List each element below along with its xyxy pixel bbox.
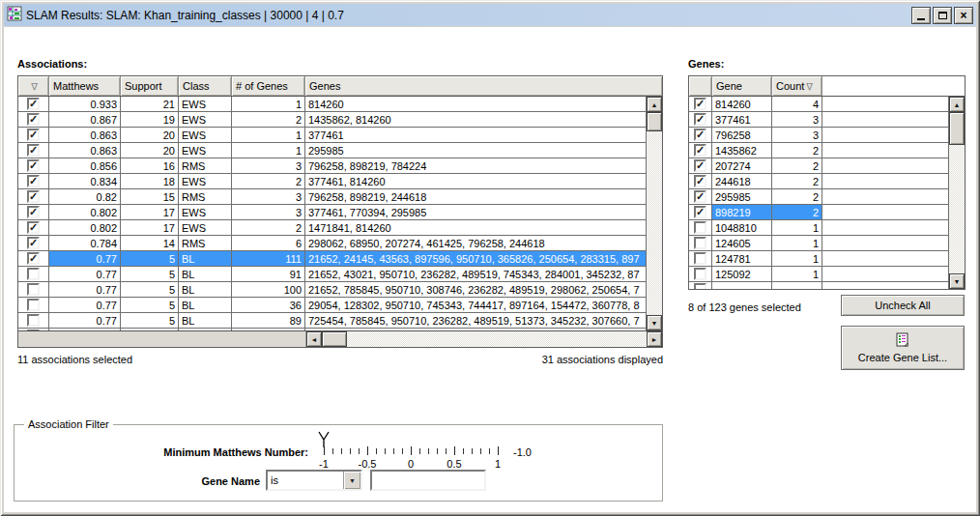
num-genes-column-header[interactable]: # of Genes [232,76,305,96]
associations-vscroll-track[interactable] [647,131,662,315]
row-checkbox[interactable] [27,268,40,280]
row-checkbox[interactable]: ✓ [27,129,40,141]
row-select-cell[interactable]: ✓ [18,97,49,111]
row-checkbox[interactable] [27,314,40,327]
gene-row[interactable]: ✓14358622 [689,143,948,158]
row-checkbox[interactable]: ✓ [694,190,706,203]
gene-row[interactable]: 1250921 [689,267,948,282]
genes-column-header[interactable]: Genes [305,76,662,96]
row-select-cell[interactable]: ✓ [18,158,49,173]
row-checkbox[interactable]: ✓ [694,159,706,172]
row-select-cell[interactable] [689,251,712,266]
association-row[interactable]: 0.775BL89725454, 785845, 950710, 236282,… [18,313,646,329]
row-select-cell[interactable]: ✓ [18,220,49,235]
row-checkbox[interactable]: ✓ [27,237,40,249]
scroll-right-button[interactable]: ► [647,331,662,347]
row-checkbox[interactable] [694,268,706,280]
associations-horizontal-scrollbar[interactable]: ◄ ► [306,331,662,347]
row-checkbox[interactable]: ✓ [694,206,706,218]
associations-vertical-scrollbar[interactable]: ▲ ▼ [646,97,662,330]
gene-row[interactable]: ✓2959852 [689,189,948,205]
row-select-cell[interactable]: ✓ [18,189,49,204]
row-select-cell[interactable] [18,313,49,328]
row-select-cell[interactable]: ✓ [18,112,49,127]
row-checkbox[interactable] [27,283,40,296]
association-row[interactable]: 0.775BL9121652, 43021, 950710, 236282, 4… [18,267,646,282]
association-row[interactable]: ✓0.93321EWS1814260 [18,97,646,112]
row-select-cell[interactable]: ✓ [18,143,49,158]
genes-vertical-scrollbar[interactable]: ▲ ▼ [948,97,965,289]
row-checkbox[interactable] [694,252,706,265]
association-row[interactable]: ✓0.86719EWS21435862, 814260 [18,112,646,128]
gene-select-column-header[interactable] [689,76,712,96]
gene-row[interactable]: ✓2446182 [689,174,948,189]
support-column-header[interactable]: Support [121,76,179,96]
association-row[interactable]: ✓0.78414RMS6298062, 68950, 207274, 46142… [18,236,646,251]
row-select-cell[interactable] [689,282,712,289]
gene-name-operator-select[interactable]: is ▼ [266,470,362,491]
row-select-cell[interactable]: ✓ [18,205,49,219]
association-row[interactable]: ✓0.86320EWS1295985 [18,143,646,158]
gene-row[interactable]: ✓8142604 [689,97,948,112]
row-select-cell[interactable] [689,267,712,281]
row-checkbox[interactable] [694,221,706,234]
row-checkbox[interactable]: ✓ [694,113,706,126]
scroll-left-button[interactable]: ◄ [306,331,322,347]
close-button[interactable]: × [954,7,973,24]
row-checkbox[interactable]: ✓ [694,175,706,187]
row-select-cell[interactable] [689,236,712,250]
row-checkbox[interactable]: ✓ [694,129,706,141]
association-row[interactable]: ✓0.775BL11121652, 24145, 43563, 897596, … [18,251,646,267]
associations-vscroll-thumb[interactable] [647,112,662,131]
row-select-cell[interactable]: ✓ [18,128,49,142]
gene-row[interactable]: 1247811 [689,251,948,267]
row-select-cell[interactable]: ✓ [18,251,49,266]
row-checkbox[interactable]: ✓ [27,206,40,218]
gene-name-input[interactable] [370,470,486,491]
gene-column-header[interactable]: Gene [712,76,772,96]
row-select-cell[interactable] [18,282,49,297]
gene-row[interactable]: 1246051 [689,236,948,251]
association-row[interactable]: ✓0.83418EWS2377461, 814260 [18,174,646,189]
class-column-header[interactable]: Class [179,76,232,96]
genes-vscroll-track[interactable] [949,145,965,273]
genes-scroll-down-button[interactable]: ▼ [949,273,965,289]
association-row[interactable]: 0.775BL3629054, 128302, 950710, 745343, … [18,298,646,313]
scroll-down-button[interactable]: ▼ [647,315,662,330]
gene-row[interactable]: ✓8982192 [689,205,948,220]
minimize-button[interactable] [911,7,931,24]
row-select-cell[interactable] [18,298,49,312]
row-checkbox[interactable]: ✓ [694,98,706,110]
row-select-cell[interactable]: ✓ [689,158,712,173]
row-select-cell[interactable]: ✓ [689,97,712,111]
row-select-cell[interactable]: ✓ [689,174,712,188]
row-select-cell[interactable]: ✓ [689,143,712,158]
row-checkbox[interactable]: ✓ [27,175,40,187]
uncheck-all-button[interactable]: Uncheck All [841,295,965,316]
gene-row[interactable]: ✓2072742 [689,158,948,174]
scroll-up-button[interactable]: ▲ [647,97,662,112]
association-row[interactable]: 0.775BL10021652, 785845, 950710, 308746,… [18,282,646,298]
associations-hscroll-thumb[interactable] [322,331,347,347]
select-column-header[interactable]: ∇ [18,76,49,96]
association-row[interactable]: ✓0.80217EWS21471841, 814260 [18,220,646,236]
row-select-cell[interactable]: ✓ [689,128,712,142]
row-checkbox[interactable] [694,237,706,249]
row-checkbox[interactable]: ✓ [27,221,40,234]
create-gene-list-button[interactable]: Create Gene List... [841,326,965,370]
row-select-cell[interactable] [689,220,712,235]
row-checkbox[interactable]: ✓ [27,98,40,110]
gene-row[interactable] [689,282,948,289]
association-row[interactable]: ✓0.86320EWS1377461 [18,128,646,143]
row-select-cell[interactable]: ✓ [18,174,49,188]
row-select-cell[interactable]: ✓ [689,189,712,204]
gene-row[interactable]: ✓7962583 [689,128,948,143]
row-select-cell[interactable]: ✓ [18,236,49,250]
matthews-column-header[interactable]: Matthews [49,76,121,96]
gene-row[interactable]: 10488101 [689,220,948,236]
row-select-cell[interactable] [18,267,49,281]
count-column-header[interactable]: Count ∇ [772,76,822,96]
row-checkbox[interactable]: ✓ [27,159,40,172]
gene-row[interactable]: ✓3774613 [689,112,948,128]
row-checkbox[interactable] [27,299,40,311]
